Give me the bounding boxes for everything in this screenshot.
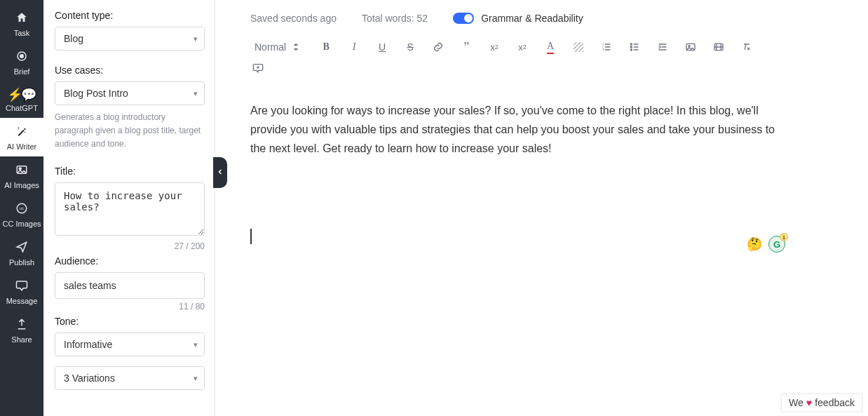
toggle-switch-icon	[453, 13, 474, 24]
tone-select[interactable]: Informative	[55, 333, 205, 356]
link-button[interactable]	[430, 39, 446, 55]
tone-label: Tone:	[55, 316, 205, 327]
italic-button[interactable]: I	[346, 39, 362, 55]
use-cases-select[interactable]: Blog Post Intro	[55, 81, 205, 105]
rail-item-message[interactable]: Message	[0, 272, 43, 311]
rail-item-cc-images[interactable]: cc CC Images	[0, 195, 43, 234]
rail-label: CC Images	[2, 220, 41, 228]
audience-label: Audience:	[55, 255, 205, 267]
svg-text:3: 3	[602, 48, 604, 51]
rail-label: Brief	[14, 67, 30, 76]
chevron-left-icon	[216, 166, 224, 179]
chat-icon	[15, 279, 28, 294]
svg-point-14	[630, 46, 632, 48]
audience-count: 11 / 80	[55, 302, 205, 311]
image-button[interactable]	[683, 39, 698, 55]
home-icon	[15, 11, 28, 26]
underline-button[interactable]: U	[374, 39, 390, 55]
editor-content[interactable]: Are you looking for ways to increase you…	[250, 101, 783, 159]
use-cases-label: Use cases:	[55, 65, 205, 76]
rail-label: Publish	[9, 258, 34, 267]
unordered-list-button[interactable]	[627, 39, 642, 55]
editor-toolbar-row2	[250, 60, 840, 76]
rail-item-share[interactable]: Share	[0, 311, 43, 349]
indent-button[interactable]	[655, 39, 670, 55]
thinking-face-icon[interactable]: 🤔	[746, 236, 763, 253]
title-label: Title:	[55, 166, 205, 177]
rail-item-ai-writer[interactable]: AI Writer	[0, 118, 43, 156]
content-type-label: Content type:	[55, 10, 205, 21]
svg-point-13	[630, 43, 632, 45]
heading-select[interactable]: Normal	[250, 39, 306, 55]
grammarly-badge[interactable]: G 1	[768, 236, 785, 253]
clear-format-button[interactable]	[739, 39, 754, 55]
feedback-button[interactable]: We ♥ feedback	[781, 394, 862, 412]
rail-label: AI Images	[4, 181, 39, 189]
nav-rail: Task Brief ⚡💬 ChatGPT AI Writer AI Image…	[0, 0, 43, 416]
title-input[interactable]	[55, 182, 205, 236]
bold-button[interactable]: B	[318, 39, 334, 55]
floating-badges: 🤔 G 1	[746, 236, 785, 253]
svg-point-5	[19, 168, 21, 170]
cc-icon: cc	[15, 202, 28, 217]
use-cases-description: Generates a blog introductory paragraph …	[55, 111, 205, 152]
rail-item-brief[interactable]: Brief	[0, 43, 43, 81]
ordered-list-button[interactable]: 123	[599, 39, 614, 55]
svg-point-2	[18, 128, 20, 129]
add-comment-button[interactable]	[250, 60, 266, 76]
chevron-updown-icon	[290, 41, 301, 53]
text-color-button[interactable]: A	[543, 39, 558, 55]
wand-icon	[15, 125, 28, 140]
video-button[interactable]	[711, 39, 726, 55]
editor-toolbar: Normal B I U S ” x2 x2 A 123	[250, 39, 840, 55]
rail-item-chatgpt[interactable]: ⚡💬 ChatGPT	[0, 81, 43, 118]
rail-label: Task	[14, 29, 30, 37]
svg-text:cc: cc	[20, 206, 24, 210]
saved-status: Saved seconds ago	[250, 13, 337, 24]
editor-area: Saved seconds ago Total words: 52 Gramma…	[215, 0, 868, 416]
rail-label: AI Writer	[7, 142, 37, 151]
svg-point-1	[20, 55, 24, 58]
rail-label: Message	[6, 297, 38, 305]
svg-rect-9	[574, 42, 583, 52]
send-icon	[15, 241, 28, 255]
upload-icon	[15, 318, 28, 333]
strikethrough-button[interactable]: S	[402, 39, 418, 55]
rail-label: Share	[11, 335, 32, 344]
word-count: Total words: 52	[362, 13, 428, 24]
collapse-panel-button[interactable]	[213, 157, 227, 188]
toggle-label: Grammar & Readability	[481, 13, 583, 24]
highlight-button[interactable]	[571, 39, 586, 55]
rail-label: ChatGPT	[6, 104, 38, 112]
rail-item-task[interactable]: Task	[0, 4, 43, 43]
title-count: 27 / 200	[55, 241, 205, 251]
grammarly-count: 1	[780, 233, 788, 241]
rail-item-publish[interactable]: Publish	[0, 234, 43, 272]
quote-button[interactable]: ”	[459, 39, 474, 55]
config-panel: Content type: Blog Use cases: Blog Post …	[43, 0, 215, 416]
variations-select[interactable]: 3 Variations	[55, 366, 205, 390]
status-bar: Saved seconds ago Total words: 52 Gramma…	[250, 13, 840, 24]
rail-item-ai-images[interactable]: AI Images	[0, 156, 43, 195]
svg-point-15	[630, 49, 632, 51]
heart-icon: ♥	[806, 397, 812, 408]
content-type-select[interactable]: Blog	[55, 27, 205, 51]
superscript-button[interactable]: x2	[515, 39, 530, 55]
audience-input[interactable]	[55, 272, 205, 299]
text-cursor	[250, 229, 252, 244]
subscript-button[interactable]: x2	[487, 39, 502, 55]
svg-point-3	[25, 132, 26, 133]
grammar-toggle[interactable]: Grammar & Readability	[453, 13, 583, 24]
target-icon	[15, 50, 28, 65]
bolt-chat-icon: ⚡💬	[7, 88, 36, 101]
svg-point-17	[689, 46, 690, 47]
picture-icon	[15, 163, 28, 178]
